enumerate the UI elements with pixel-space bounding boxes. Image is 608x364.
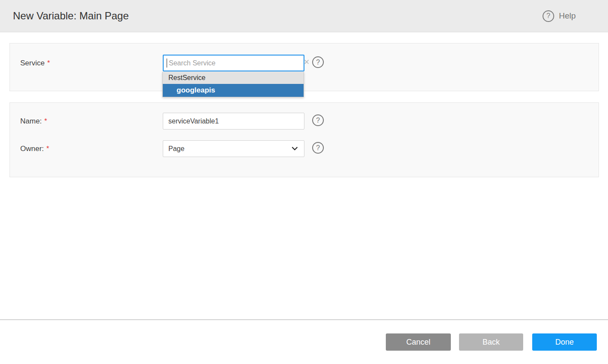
page-title: New Variable: Main Page (13, 10, 129, 22)
dropdown-option-googleapis[interactable]: googleapis (163, 84, 304, 97)
dialog-header: New Variable: Main Page ? Help (0, 0, 608, 32)
back-button[interactable]: Back (459, 333, 523, 351)
required-asterisk: * (47, 145, 49, 152)
service-panel: Service* ✕ ? (9, 43, 599, 91)
help-circle-icon[interactable]: ? (312, 56, 324, 68)
cancel-button[interactable]: Cancel (386, 333, 451, 351)
service-label: Service* (20, 55, 50, 71)
details-panel: Name:* ? Owner:* Page ? (9, 102, 599, 177)
dropdown-group-header: RestService (163, 72, 304, 84)
owner-help-button[interactable]: ? (312, 142, 324, 154)
clear-search-icon[interactable]: ✕ (303, 59, 310, 66)
done-button[interactable]: Done (532, 333, 597, 351)
required-asterisk: * (47, 59, 50, 67)
service-search-input[interactable] (163, 55, 304, 71)
footer-divider (0, 319, 608, 320)
chevron-down-icon (292, 147, 298, 151)
help-button[interactable]: ? Help (543, 10, 576, 22)
required-asterisk: * (44, 117, 47, 125)
new-variable-dialog: New Variable: Main Page ? Help Service* … (0, 0, 608, 364)
name-label: Name:* (20, 113, 47, 130)
help-circle-icon[interactable]: ? (312, 142, 324, 154)
service-help-button[interactable]: ? (312, 56, 324, 68)
help-circle-icon[interactable]: ? (312, 114, 324, 126)
text-cursor (167, 59, 167, 68)
service-suggestions-dropdown: RestService googleapis (162, 72, 304, 97)
owner-select[interactable]: Page (163, 140, 304, 157)
owner-selected-value: Page (168, 145, 292, 153)
name-help-button[interactable]: ? (312, 114, 324, 126)
owner-label: Owner:* (20, 140, 49, 157)
help-label[interactable]: Help (559, 11, 576, 21)
name-input[interactable] (163, 113, 304, 130)
help-circle-icon[interactable]: ? (543, 10, 554, 22)
